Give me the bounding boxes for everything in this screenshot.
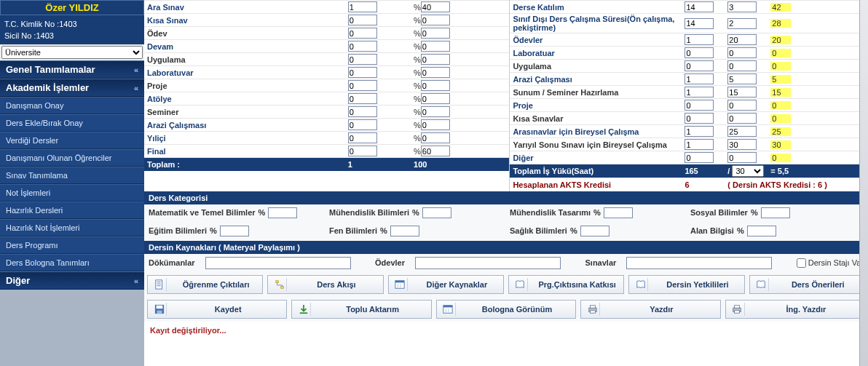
assessment-pct-input[interactable]: [421, 41, 450, 52]
odevler-input[interactable]: [415, 257, 561, 269]
assessment-pct-input[interactable]: [421, 119, 450, 130]
akts-note: ( Dersin AKTS Kredisi : 6 ): [725, 178, 868, 191]
button-icon: [513, 278, 528, 291]
assessment-count-input[interactable]: [348, 54, 377, 65]
scope-select[interactable]: Üniversite: [1, 46, 143, 59]
assessment-count-input[interactable]: [348, 146, 377, 156]
assessment-pct-input[interactable]: [421, 28, 450, 39]
action-button[interactable]: Dersin Yetkilileri: [628, 275, 744, 294]
assessment-count-input[interactable]: [348, 41, 377, 52]
action-button[interactable]: Ders Akışı: [267, 275, 383, 294]
workload-a-input[interactable]: [684, 34, 714, 45]
action-button[interactable]: Öğrenme Çıktıları: [147, 275, 263, 294]
assessment-total-n: 1: [345, 158, 411, 171]
workload-a-input[interactable]: [684, 152, 714, 163]
workload-b-input[interactable]: [727, 87, 757, 98]
scrollbar[interactable]: [859, 0, 868, 366]
workload-b-input[interactable]: [727, 139, 757, 150]
section-diger[interactable]: Diğer «: [0, 271, 144, 290]
workload-b-input[interactable]: [727, 47, 757, 58]
workload-a-input[interactable]: [684, 1, 714, 12]
kategori-input[interactable]: [580, 226, 609, 236]
assessment-pct-input[interactable]: [421, 54, 450, 65]
kategori-input[interactable]: [268, 207, 297, 218]
workload-a-input[interactable]: [684, 18, 714, 29]
action-button[interactable]: Prg.Çıktısına Katkısı: [508, 275, 624, 294]
kategori-input[interactable]: [747, 226, 776, 236]
action-button[interactable]: Diğer Kaynaklar: [388, 275, 504, 294]
sidebar-item[interactable]: Not İşlemleri: [0, 184, 144, 202]
sinavlar-input[interactable]: [626, 257, 772, 269]
staj-checkbox[interactable]: [797, 258, 806, 268]
action-button[interactable]: Yazdır: [580, 300, 720, 319]
assessment-count-input[interactable]: [348, 15, 377, 25]
workload-a-input[interactable]: [684, 126, 714, 137]
workload-a-input[interactable]: [684, 47, 714, 58]
dokumanlar-input[interactable]: [205, 257, 351, 269]
assessment-pct-input[interactable]: [421, 15, 450, 25]
sidebar-item[interactable]: Hazırlık Not İşlemleri: [0, 219, 144, 236]
akts-value: 6: [682, 178, 725, 191]
assessment-pct-input[interactable]: [421, 132, 450, 143]
sidebar-item[interactable]: Ders Ekle/Bırak Onay: [0, 114, 144, 132]
workload-b-input[interactable]: [727, 113, 757, 124]
assessment-count-input[interactable]: [348, 93, 377, 104]
workload-a-input[interactable]: [684, 73, 714, 84]
assessment-count-input[interactable]: [348, 106, 377, 117]
action-button[interactable]: Bologna Görünüm: [436, 300, 576, 319]
assessment-count-input[interactable]: [348, 28, 377, 39]
workload-a-input[interactable]: [684, 87, 714, 98]
sidebar-item[interactable]: Verdiği Dersler: [0, 132, 144, 149]
workload-b-input[interactable]: [727, 100, 757, 111]
kategori-input[interactable]: [604, 207, 633, 218]
action-button[interactable]: Toplu Aktarım: [291, 300, 431, 319]
kategori-input[interactable]: [761, 207, 790, 218]
action-button[interactable]: Ders Önerileri: [749, 275, 865, 294]
action-button[interactable]: Kaydet: [147, 300, 287, 319]
section-akademik[interactable]: Akademik İşlemler «: [0, 79, 144, 97]
kategori-input[interactable]: [422, 207, 451, 218]
button-icon: [393, 278, 408, 291]
assessment-pct-input[interactable]: [421, 106, 450, 117]
assessment-pct-input[interactable]: [421, 146, 450, 156]
button-label: Kaydet: [174, 305, 282, 314]
assessment-pct-input[interactable]: [421, 67, 450, 78]
workload-a-input[interactable]: [684, 100, 714, 111]
sidebar-item[interactable]: Ders Bologna Tanımları: [0, 254, 144, 271]
assessment-count-input[interactable]: [348, 80, 377, 91]
assessment-total-p: 100: [411, 158, 509, 171]
kategori-input[interactable]: [220, 226, 249, 236]
main-content: Ara Sınav %Kısa Sınav %Ödev %Devam %Uygu…: [144, 0, 868, 366]
sidebar-item[interactable]: Danışman Onay: [0, 97, 144, 114]
sidebar-item[interactable]: Hazırlık Dersleri: [0, 202, 144, 219]
button-label: Ders Akışı: [294, 280, 378, 289]
odevler-label: Ödevler: [375, 258, 405, 267]
workload-a-input[interactable]: [684, 60, 714, 71]
workload-b-input[interactable]: [727, 60, 757, 71]
workload-b-input[interactable]: [727, 73, 757, 84]
sidebar-item[interactable]: Sınav Tanımlama: [0, 167, 144, 184]
workload-divider-select[interactable]: 30: [732, 165, 764, 177]
button-label: Dersin Yetkilileri: [655, 280, 739, 289]
assessment-count-input[interactable]: [348, 132, 377, 143]
kategori-input[interactable]: [390, 226, 419, 236]
assessment-count-input[interactable]: [348, 1, 377, 12]
assessment-pct-input[interactable]: [421, 93, 450, 104]
section-genel[interactable]: Genel Tanımlamalar «: [0, 60, 144, 79]
workload-b-input[interactable]: [727, 152, 757, 163]
action-button[interactable]: İng. Yazdır: [725, 300, 865, 319]
assessment-pct-input[interactable]: [421, 1, 450, 12]
user-name: Özer YILDIZ: [4, 2, 141, 13]
workload-b-input[interactable]: [727, 18, 757, 29]
assessment-count-input[interactable]: [348, 67, 377, 78]
sidebar-item[interactable]: Ders Programı: [0, 236, 144, 254]
workload-b-input[interactable]: [727, 34, 757, 45]
workload-b-input[interactable]: [727, 126, 757, 137]
assessment-count-input[interactable]: [348, 119, 377, 130]
sidebar-item[interactable]: Danışmanı Olunan Öğrenciler: [0, 149, 144, 167]
assessment-pct-input[interactable]: [421, 80, 450, 91]
workload-a-input[interactable]: [684, 113, 714, 124]
workload-a-input[interactable]: [684, 139, 714, 150]
workload-b-input[interactable]: [727, 1, 757, 12]
assessment-label: Final: [144, 145, 345, 158]
